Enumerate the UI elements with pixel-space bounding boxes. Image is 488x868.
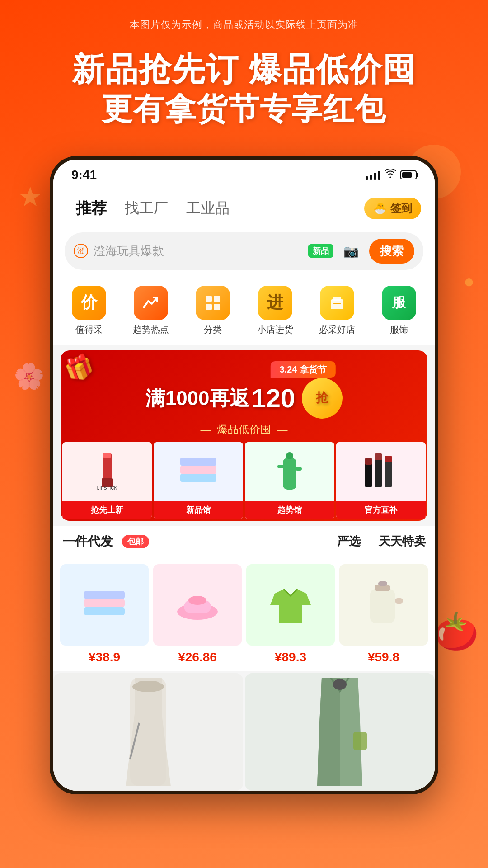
banner-promo: 满1000再返 120 抢 — [61, 378, 427, 419]
svg-rect-23 — [385, 460, 392, 487]
hero-line2: 更有拿货节专享红包 — [27, 89, 461, 128]
products-row: ¥38.9 ¥26.86 — [53, 557, 435, 671]
svg-rect-24 — [385, 456, 392, 462]
status-bar: 9:41 — [53, 160, 435, 187]
fashion-product-2[interactable] — [245, 673, 435, 791]
svg-rect-10 — [103, 453, 111, 458]
category-trend[interactable]: 趋势热点 — [120, 286, 182, 336]
svg-rect-34 — [378, 581, 387, 586]
svg-text:LIPSTICK: LIPSTICK — [97, 486, 117, 491]
svg-rect-27 — [84, 591, 125, 599]
wifi-icon — [385, 169, 396, 180]
svg-rect-17 — [277, 465, 284, 468]
nav-tab-recommend[interactable]: 推荐 — [67, 196, 116, 221]
hero-section: 新品抢先订 爆品低价囤 更有拿货节专享红包 — [0, 41, 488, 147]
banner-product-3[interactable]: 官方直补 — [336, 442, 426, 519]
search-placeholder: 澄海玩具爆款 — [94, 243, 303, 259]
section-badge: 包邮 — [122, 535, 149, 548]
app-content: 推荐 找工厂 工业品 🐣 签到 澄 澄海玩具爆款 新品 📷 搜索 — [53, 187, 435, 791]
svg-point-30 — [188, 596, 206, 605]
camera-icon[interactable]: 📷 — [339, 244, 364, 259]
svg-rect-6 — [337, 297, 341, 301]
search-button[interactable]: 搜索 — [369, 239, 414, 264]
category-fashion[interactable]: 服 服饰 — [368, 286, 430, 336]
svg-rect-22 — [375, 453, 382, 460]
svg-rect-31 — [370, 589, 395, 623]
checkin-button[interactable]: 🐣 签到 — [364, 198, 421, 219]
svg-rect-13 — [180, 466, 216, 474]
product-slippers[interactable]: ¥26.86 — [153, 564, 242, 665]
disclaimer-text: 本图片仅为示例，商品或活动以实际线上页面为准 — [0, 0, 488, 41]
category-zhide[interactable]: 价 值得采 — [58, 286, 120, 336]
svg-rect-0 — [206, 296, 212, 302]
nav-tab-industrial[interactable]: 工业品 — [177, 196, 239, 221]
section-title-1: 一件代发 — [62, 533, 113, 550]
svg-point-16 — [286, 452, 293, 459]
section-title-3: 天天特卖 — [379, 533, 426, 549]
svg-rect-19 — [365, 462, 372, 487]
checkin-emoji: 🐣 — [373, 202, 387, 215]
svg-rect-14 — [180, 458, 216, 466]
search-logo: 澄 — [74, 244, 88, 258]
phone-screen: 9:41 — [50, 156, 438, 794]
svg-rect-3 — [214, 304, 220, 310]
svg-rect-37 — [137, 681, 160, 689]
category-must[interactable]: 必采好店 — [306, 286, 368, 336]
svg-rect-39 — [353, 732, 367, 750]
status-time: 9:41 — [71, 168, 97, 182]
checkin-label: 签到 — [390, 201, 412, 216]
banner-subtitle: — 爆品低价囤 — — [61, 419, 427, 442]
nav-tabs: 推荐 找工厂 工业品 🐣 签到 — [53, 187, 435, 228]
svg-rect-26 — [84, 599, 125, 607]
category-store[interactable]: 进 小店进货 — [244, 286, 306, 336]
banner-tag: 3.24 拿货节 — [271, 361, 336, 378]
hero-line1: 新品抢先订 爆品低价囤 — [27, 50, 461, 89]
search-area: 澄 澄海玩具爆款 新品 📷 搜索 — [53, 228, 435, 279]
signal-icon — [366, 170, 380, 180]
svg-rect-18 — [296, 467, 302, 471]
banner-section: 🎁 3.24 拿货节 满1000再返 120 抢 — 爆品低价囤 — — [61, 350, 427, 521]
product-kettle[interactable]: ¥59.8 — [339, 564, 428, 665]
status-icons — [366, 169, 417, 180]
svg-rect-7 — [333, 303, 341, 304]
svg-rect-25 — [84, 607, 125, 615]
phone-mockup: 9:41 — [0, 147, 488, 812]
fashion-product-1[interactable] — [53, 673, 243, 791]
svg-rect-1 — [214, 296, 220, 302]
banner-products: LIPSTICK 抢先上新 — [61, 442, 427, 521]
svg-rect-2 — [206, 304, 212, 310]
product-main-section: 一件代发 包邮 严选 天天特卖 — [53, 526, 435, 671]
svg-rect-20 — [365, 458, 372, 465]
battery-icon — [400, 170, 417, 179]
product-towels[interactable]: ¥38.9 — [60, 564, 149, 665]
banner-product-1[interactable]: 新品馆 — [154, 442, 243, 519]
bottom-fashion-section — [53, 673, 435, 791]
search-bar[interactable]: 澄 澄海玩具爆款 新品 📷 搜索 — [65, 232, 423, 270]
nav-tab-factory[interactable]: 找工厂 — [116, 196, 177, 221]
svg-rect-5 — [333, 297, 337, 301]
banner-product-2[interactable]: 趋势馆 — [245, 442, 334, 519]
section-title-2: 严选 — [337, 533, 361, 549]
category-category[interactable]: 分类 — [182, 286, 244, 336]
product-sweater[interactable]: ¥89.3 — [246, 564, 335, 665]
category-row: 价 值得采 趋势热点 — [53, 279, 435, 345]
svg-rect-12 — [180, 474, 216, 482]
svg-point-40 — [333, 679, 347, 690]
svg-rect-32 — [395, 598, 403, 604]
grab-button[interactable]: 抢 — [302, 378, 343, 419]
svg-rect-21 — [375, 458, 382, 487]
search-new-badge: 新品 — [308, 244, 333, 258]
banner-product-0[interactable]: LIPSTICK 抢先上新 — [62, 442, 152, 519]
svg-rect-15 — [283, 458, 296, 490]
